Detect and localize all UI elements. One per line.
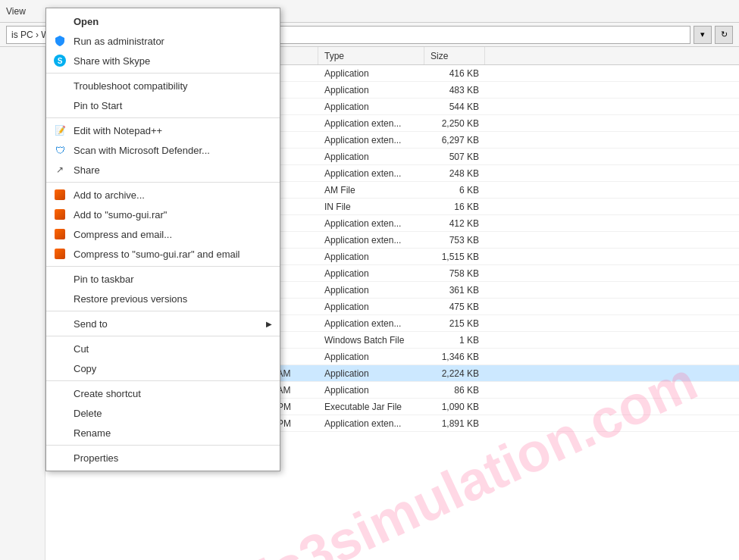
- refresh-btn[interactable]: ↻: [715, 26, 733, 44]
- file-size: 483 KB: [424, 85, 485, 95]
- file-size: 1,346 KB: [424, 352, 485, 362]
- context-menu-item-restore-previous-versions[interactable]: Restore previous versions: [46, 289, 280, 308]
- file-type: Application: [318, 85, 424, 95]
- file-type: Application: [318, 102, 424, 112]
- ctx-item-label: Send to: [74, 318, 108, 330]
- context-menu-separator: [46, 73, 280, 74]
- file-size: 361 KB: [424, 285, 485, 296]
- file-type: Application: [318, 152, 424, 162]
- file-size: 215 KB: [424, 318, 485, 329]
- ctx-item-icon: [52, 450, 67, 465]
- ctx-item-icon: [52, 386, 67, 401]
- context-menu-item-troubleshoot-compatibility[interactable]: Troubleshoot compatibility: [46, 76, 280, 95]
- ctx-item-label: Copy: [74, 363, 96, 374]
- file-type: Application: [318, 68, 424, 79]
- file-type: Application exten...: [318, 235, 424, 246]
- ctx-item-icon: [52, 291, 67, 306]
- file-type: Executable Jar File: [318, 402, 424, 412]
- file-type: AM File: [318, 185, 424, 196]
- context-menu-item-compress-and-email[interactable]: Compress and email...: [46, 224, 280, 244]
- file-type: Application exten...: [318, 135, 424, 145]
- ctx-item-icon: ↗: [52, 162, 67, 177]
- view-menu[interactable]: View: [6, 6, 26, 17]
- ctx-item-icon: 📝: [52, 123, 67, 138]
- context-menu-item-pin-to-start[interactable]: Pin to Start: [46, 95, 280, 115]
- ctx-item-icon: [52, 207, 67, 222]
- context-menu-item-properties[interactable]: Properties: [46, 448, 280, 468]
- context-menu-item-share[interactable]: ↗Share: [46, 160, 280, 180]
- context-menu-item-open[interactable]: Open: [46, 11, 280, 31]
- context-menu-item-pin-to-taskbar[interactable]: Pin to taskbar: [46, 269, 280, 289]
- context-menu-item-share-with-skype[interactable]: SShare with Skype: [46, 51, 280, 70]
- ctx-item-icon: [52, 271, 67, 286]
- ctx-item-label: Restore previous versions: [74, 293, 187, 305]
- ctx-item-label: Properties: [74, 452, 118, 464]
- context-menu-separator: [46, 182, 280, 183]
- ctx-item-label: Open: [74, 16, 99, 27]
- context-menu-separator: [46, 117, 280, 118]
- context-menu-item-send-to[interactable]: Send to▶: [46, 314, 280, 333]
- ctx-item-icon: 🛡: [52, 142, 67, 158]
- context-menu-item-edit-with-notepad[interactable]: 📝Edit with Notepad++: [46, 120, 280, 140]
- context-menu-item-compress-to-sumo-guirar-and-email[interactable]: Compress to "sumo-gui.rar" and email: [46, 244, 280, 264]
- ctx-item-icon: [52, 246, 67, 261]
- file-size: 6,297 KB: [424, 135, 485, 145]
- context-menu-separator: [46, 311, 280, 311]
- ctx-item-label: Compress and email...: [74, 229, 172, 240]
- ctx-item-icon: [52, 227, 67, 242]
- context-menu-item-rename[interactable]: Rename: [46, 423, 280, 443]
- file-size: 544 KB: [424, 102, 485, 112]
- ctx-item-label: Add to "sumo-gui.rar": [74, 209, 167, 221]
- file-size: 1,090 KB: [424, 402, 485, 412]
- ctx-item-label: Add to archive...: [74, 189, 145, 201]
- file-type: Application: [318, 285, 424, 296]
- file-size: 1,515 KB: [424, 252, 485, 262]
- dropdown-btn[interactable]: ▾: [694, 26, 712, 44]
- file-type: Application exten...: [318, 418, 424, 429]
- file-size: 16 KB: [424, 202, 485, 212]
- file-size: 1,891 KB: [424, 418, 485, 429]
- context-menu-item-add-to-archive[interactable]: Add to archive...: [46, 185, 280, 205]
- file-type: IN File: [318, 202, 424, 212]
- file-type: Application: [318, 368, 424, 379]
- file-type: Application: [318, 268, 424, 279]
- context-menu-item-delete[interactable]: Delete: [46, 403, 280, 423]
- col-header-size[interactable]: Size: [424, 47, 485, 64]
- col-header-type[interactable]: Type: [318, 47, 424, 64]
- context-menu-item-cut[interactable]: Cut: [46, 339, 280, 358]
- ctx-item-label: Delete: [74, 408, 102, 419]
- ctx-item-label: Run as administrator: [74, 36, 164, 47]
- context-menu-item-create-shortcut[interactable]: Create shortcut: [46, 383, 280, 403]
- ctx-item-icon: [52, 361, 67, 376]
- file-type: Application exten...: [318, 318, 424, 329]
- file-type: Windows Batch File: [318, 335, 424, 346]
- ctx-item-icon: S: [52, 53, 67, 68]
- context-menu-item-add-to-sumo-guirar[interactable]: Add to "sumo-gui.rar": [46, 205, 280, 224]
- ctx-item-label: Cut: [74, 343, 89, 355]
- context-menu-separator: [46, 445, 280, 446]
- context-menu-item-copy[interactable]: Copy: [46, 358, 280, 378]
- context-menu-separator: [46, 336, 280, 336]
- file-type: Application: [318, 385, 424, 396]
- ctx-item-icon: [52, 187, 67, 202]
- context-menu-separator: [46, 266, 280, 267]
- ctx-item-icon: [52, 341, 67, 356]
- file-type: Application exten...: [318, 168, 424, 179]
- sidebar: [0, 47, 45, 560]
- file-type: Application exten...: [318, 218, 424, 229]
- context-menu-item-scan-with-microsoft-defender[interactable]: 🛡Scan with Microsoft Defender...: [46, 140, 280, 160]
- file-size: 753 KB: [424, 235, 485, 246]
- file-size: 758 KB: [424, 268, 485, 279]
- ctx-item-icon: [52, 14, 67, 29]
- file-size: 2,250 KB: [424, 118, 485, 129]
- file-size: 6 KB: [424, 185, 485, 196]
- skype-circle-icon: S: [54, 55, 66, 67]
- file-size: 1 KB: [424, 335, 485, 346]
- file-type: Application: [318, 352, 424, 362]
- file-size: 248 KB: [424, 168, 485, 179]
- context-menu-item-run-as-administrator[interactable]: Run as administrator: [46, 31, 280, 51]
- ctx-item-label: Share: [74, 164, 100, 176]
- file-size: 475 KB: [424, 302, 485, 312]
- ctx-item-label: Pin to taskbar: [74, 274, 134, 285]
- ctx-item-icon: [52, 98, 67, 113]
